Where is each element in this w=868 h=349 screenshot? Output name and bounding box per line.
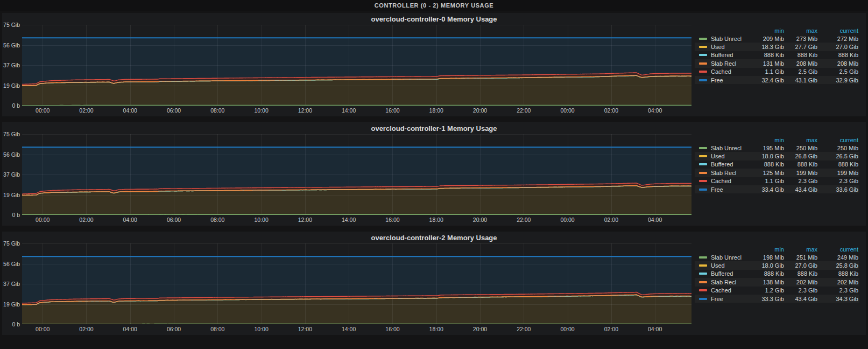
- plot-region: 0 b19 Gib37 Gib56 Gib75 Gib00:0002:0004:…: [2, 25, 695, 116]
- legend-col-header[interactable]: max: [784, 246, 817, 253]
- legend-row: Slab Unrecl198 Mib251 Mib249 Mib: [695, 253, 859, 261]
- legend-series-toggle[interactable]: Cached: [699, 287, 751, 294]
- panel-body: 0 b19 Gib37 Gib56 Gib75 Gib00:0002:0004:…: [2, 134, 866, 226]
- x-axis-label: 04:00: [123, 326, 137, 332]
- legend-stat-max: 2.3 Gib: [784, 178, 817, 184]
- legend-stat-min: 18.0 Gib: [751, 262, 784, 269]
- x-axis-label: 16:00: [385, 326, 399, 332]
- legend-stat-current: 26.5 Gib: [817, 153, 858, 159]
- legend-row: Slab Recl138 Mib202 Mib202 Mib: [695, 278, 859, 286]
- x-axis-label: 06:00: [167, 107, 181, 114]
- legend-stat-min: 33.3 Gib: [751, 296, 784, 302]
- legend-col-header[interactable]: current: [817, 246, 858, 253]
- panel-body: 0 b19 Gib37 Gib56 Gib75 Gib00:0002:0004:…: [2, 243, 866, 335]
- legend-col-header[interactable]: current: [817, 27, 858, 34]
- series-color-swatch-icon: [699, 71, 707, 73]
- legend-stat-min: 888 Kib: [751, 161, 784, 167]
- legend-series-toggle[interactable]: Buffered: [699, 270, 751, 277]
- series-color-swatch-icon: [699, 46, 707, 48]
- y-axis-label: 19 Gib: [3, 192, 20, 198]
- series-color-swatch-icon: [699, 62, 707, 65]
- legend-row: Buffered888 Kib888 Kib888 Kib: [695, 51, 859, 59]
- legend-stat-current: 33.6 Gib: [817, 186, 858, 193]
- legend-series-name: Cached: [711, 178, 731, 184]
- x-axis-label: 02:00: [604, 107, 618, 114]
- x-axis: 00:0002:0004:0006:0008:0010:0012:0014:00…: [22, 326, 691, 334]
- legend-series-toggle[interactable]: Slab Recl: [699, 170, 751, 176]
- legend-stat-current: 25.8 Gib: [817, 262, 858, 269]
- panel-title[interactable]: overcloud-controller-2 Memory Usage: [2, 232, 866, 243]
- legend-series-toggle[interactable]: Cached: [699, 68, 751, 75]
- legend-stat-max: 43.1 Gib: [784, 77, 817, 83]
- legend-series-toggle[interactable]: Used: [699, 153, 751, 159]
- legend-series-toggle[interactable]: Slab Recl: [699, 279, 751, 285]
- legend-col-header[interactable]: max: [784, 27, 817, 34]
- legend-series-toggle[interactable]: Slab Unrecl: [699, 145, 751, 151]
- legend-series-toggle[interactable]: Free: [699, 186, 751, 193]
- legend-stat-min: 195 Mib: [751, 145, 784, 151]
- x-axis-label: 16:00: [385, 107, 399, 114]
- legend-stat-current: 272 Mib: [817, 36, 858, 42]
- memory-usage-chart[interactable]: [22, 243, 691, 324]
- memory-usage-chart[interactable]: [22, 25, 691, 106]
- x-axis: 00:0002:0004:0006:0008:0010:0012:0014:00…: [22, 217, 691, 225]
- panel-title[interactable]: overcloud-controller-1 Memory Usage: [2, 122, 866, 134]
- legend-series-name: Slab Recl: [711, 279, 736, 285]
- panels-container: overcloud-controller-0 Memory Usage0 b19…: [0, 13, 868, 335]
- legend-col-header[interactable]: min: [751, 27, 784, 34]
- legend-series-toggle[interactable]: Used: [699, 262, 751, 269]
- memory-usage-chart[interactable]: [22, 134, 691, 215]
- legend-stat-max: 251 Mib: [784, 254, 817, 261]
- legend-row: Used18.0 Gib26.8 Gib26.5 Gib: [695, 152, 859, 160]
- legend-series-toggle[interactable]: Slab Recl: [699, 60, 751, 67]
- legend-row: Free33.4 Gib43.4 Gib33.6 Gib: [695, 185, 859, 193]
- legend-series-toggle[interactable]: Slab Unrecl: [699, 36, 751, 42]
- y-axis-label: 37 Gib: [3, 281, 20, 287]
- legend-stat-current: 32.9 Gib: [817, 77, 858, 83]
- legend-row: Used18.0 Gib27.0 Gib25.8 Gib: [695, 261, 859, 269]
- legend-row: Slab Unrecl195 Mib250 Mib250 Mib: [695, 144, 859, 152]
- legend-row: Cached1.1 Gib2.3 Gib2.3 Gib: [695, 177, 859, 185]
- x-axis-label: 08:00: [210, 217, 224, 223]
- legend-series-name: Slab Unrecl: [711, 36, 742, 42]
- legend-series-toggle[interactable]: Slab Unrecl: [699, 254, 751, 261]
- legend-stat-max: 888 Kib: [784, 161, 817, 167]
- legend-stat-current: 2.3 Gib: [817, 178, 858, 184]
- legend-col-header[interactable]: max: [784, 137, 817, 143]
- panel-title[interactable]: overcloud-controller-0 Memory Usage: [2, 13, 866, 25]
- legend-series-name: Used: [711, 44, 725, 50]
- x-axis-label: 14:00: [342, 217, 356, 223]
- legend-series-toggle[interactable]: Free: [699, 77, 751, 83]
- y-axis-label: 56 Gib: [3, 42, 20, 48]
- legend-col-header[interactable]: min: [751, 246, 784, 253]
- series-color-swatch-icon: [699, 163, 707, 165]
- y-axis-label: 75 Gib: [3, 22, 20, 28]
- x-axis-label: 02:00: [79, 107, 93, 114]
- legend-series-name: Slab Unrecl: [711, 145, 742, 151]
- legend-stat-min: 125 Mib: [751, 170, 784, 176]
- legend-series-toggle[interactable]: Buffered: [699, 52, 751, 58]
- legend-series-toggle[interactable]: Free: [699, 296, 751, 302]
- series-color-swatch-icon: [699, 172, 707, 174]
- y-axis-label: 37 Gib: [3, 171, 20, 178]
- row-title: CONTROLLER (0 - 2) MEMORY USAGE: [375, 2, 494, 9]
- legend-series-toggle[interactable]: Cached: [699, 178, 751, 184]
- legend-stat-current: 199 Mib: [817, 170, 858, 176]
- legend-col-header[interactable]: min: [751, 137, 784, 143]
- y-axis-label: 75 Gib: [3, 131, 20, 137]
- legend-stat-max: 2.5 Gib: [784, 68, 817, 75]
- x-axis-label: 04:00: [648, 217, 662, 223]
- legend-series-toggle[interactable]: Buffered: [699, 161, 751, 167]
- legend-series-toggle[interactable]: Used: [699, 44, 751, 50]
- legend-stat-max: 250 Mib: [784, 145, 817, 151]
- x-axis-label: 18:00: [429, 217, 443, 223]
- legend-row: Used18.3 Gib27.7 Gib27.0 Gib: [695, 43, 859, 51]
- y-axis-label: 56 Gib: [3, 151, 20, 158]
- legend-stat-max: 27.0 Gib: [784, 262, 817, 269]
- legend-table: minmaxcurrentSlab Unrecl195 Mib250 Mib25…: [695, 134, 866, 226]
- legend-stat-current: 208 Mib: [817, 60, 858, 67]
- legend-stat-min: 138 Mib: [751, 279, 784, 285]
- legend-col-header[interactable]: current: [817, 137, 858, 143]
- x-axis-label: 04:00: [648, 107, 662, 114]
- dashboard-row-header[interactable]: CONTROLLER (0 - 2) MEMORY USAGE: [0, 0, 868, 11]
